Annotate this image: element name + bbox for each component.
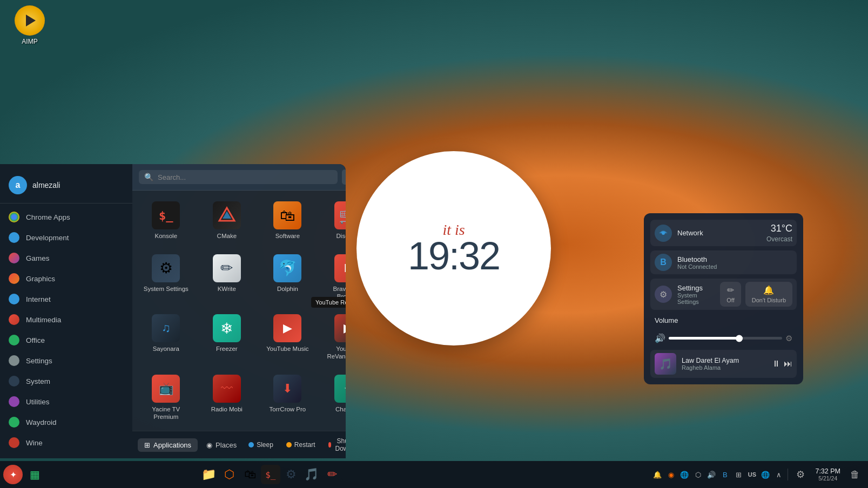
sidebar-item-waydroid[interactable]: Waydroid xyxy=(0,412,132,432)
browser-icon[interactable]: 🌐 xyxy=(678,469,690,480)
settings-text: Settings System Settings xyxy=(677,284,715,305)
app-item-dolphin[interactable]: 🐬 Dolphin xyxy=(258,248,317,306)
search-input[interactable] xyxy=(158,173,332,181)
app-label: Yacine TV Premium xyxy=(143,406,189,421)
search-bar: 🔍 ⚙ ▦ xyxy=(132,164,346,191)
app-menu-bottom: ⊞ Applications ◉ Places Sleep Restart xyxy=(132,431,346,458)
app-label: YouTube Music xyxy=(266,345,308,353)
volume-settings-icon[interactable]: ⚙ xyxy=(785,334,792,343)
sidebar-item-chrome-apps[interactable]: Chrome Apps xyxy=(0,207,132,227)
sidebar-item-office[interactable]: Office xyxy=(0,330,132,350)
sleep-button[interactable]: Sleep xyxy=(243,438,279,451)
taskbar-app-terminal[interactable]: $_ xyxy=(261,465,280,484)
settings-button[interactable]: ⚙ xyxy=(342,170,346,185)
sidebar-item-multimedia[interactable]: Multimedia xyxy=(0,309,132,330)
volume-row: Volume xyxy=(650,314,797,327)
waydroid-icon xyxy=(9,417,19,428)
sidebar-item-label: Games xyxy=(26,254,50,262)
expand-tray-icon[interactable]: ∧ xyxy=(773,469,785,480)
sidebar-item-label: Chrome Apps xyxy=(26,213,70,221)
sidebar-item-games[interactable]: Games xyxy=(0,248,132,268)
network-row: Network 31°C Overcast xyxy=(650,220,797,246)
taskbar-app-store[interactable]: 🛍 xyxy=(240,465,260,484)
next-button[interactable]: ⏭ xyxy=(784,359,792,369)
taskbar-overview[interactable]: ▦ xyxy=(25,465,44,484)
taskbar-center: 📁 ⬡ 🛍 $_ ⚙ 🎵 ✏ xyxy=(199,465,342,484)
kde-connect-icon[interactable]: ⊞ xyxy=(732,469,744,480)
avatar: a xyxy=(9,176,27,194)
taskbar-kicker[interactable]: ✦ xyxy=(3,465,23,484)
system-settings-tray[interactable]: ⚙ xyxy=(791,465,810,484)
lang-icon[interactable]: US xyxy=(746,469,758,480)
app-item-konsole[interactable]: $_ Konsole xyxy=(137,195,196,246)
toggle-off[interactable]: ✏ Off xyxy=(720,282,741,307)
app-item-kwrite[interactable]: ✏ KWrite xyxy=(198,248,257,306)
sidebar-item-utilities[interactable]: Utilities xyxy=(0,391,132,412)
brave-icon: B xyxy=(334,254,346,282)
sidebar-item-label: System xyxy=(26,377,50,385)
volume-slider[interactable] xyxy=(669,337,782,340)
shutdown-button[interactable]: Shut Down xyxy=(323,435,346,455)
app-item-brave[interactable]: B Brave Web Browser xyxy=(319,248,346,306)
sidebar-item-wine[interactable]: Wine xyxy=(0,432,132,453)
notifications-icon[interactable]: 🔔 xyxy=(651,469,663,480)
music-thumb-icon: 🎵 xyxy=(659,357,672,370)
search-icon: 🔍 xyxy=(144,173,153,181)
sidebar-item-graphics[interactable]: Graphics xyxy=(0,268,132,289)
app-item-cmake[interactable]: CMake xyxy=(198,195,257,246)
sidebar-item-development[interactable]: Development xyxy=(0,227,132,248)
editor-taskbar-icon: ✏ xyxy=(327,467,337,482)
radio-icon: 〰 xyxy=(213,375,241,403)
chrome-apps-icon xyxy=(9,212,19,222)
sidebar-item-internet[interactable]: Internet xyxy=(0,289,132,309)
clock-tray[interactable]: 7:32 PM 5/21/24 xyxy=(812,466,844,483)
trash-icon[interactable]: 🗑 xyxy=(845,465,865,484)
audio-icon[interactable]: 🔊 xyxy=(705,469,717,480)
pause-button[interactable]: ⏸ xyxy=(772,359,780,369)
app-item-system-settings[interactable]: ⚙ System Settings xyxy=(137,248,196,306)
kde-icon[interactable]: ◉ xyxy=(665,469,677,480)
sidebar-item-settings[interactable]: Settings xyxy=(0,350,132,371)
app-item-youtube-music[interactable]: ▶ YouTube Music xyxy=(258,308,317,366)
app-item-sayonara[interactable]: ♫ Sayonara xyxy=(137,308,196,366)
bluetooth-icon: B xyxy=(655,254,672,271)
network-tray-icon[interactable]: ⬡ xyxy=(692,469,704,480)
taskbar-app-discover[interactable]: ⬡ xyxy=(220,465,239,484)
taskbar-left: ✦ ▦ xyxy=(3,465,44,484)
volume-label: Volume xyxy=(655,316,682,324)
tab-applications[interactable]: ⊞ Applications xyxy=(138,438,198,452)
app-label: Sayonara xyxy=(153,345,179,353)
music-row: 🎵 Law Daret El Ayam Ragheb Alama ⏸ ⏭ xyxy=(650,350,797,378)
volume-knob[interactable] xyxy=(736,335,743,342)
app-item-radio[interactable]: 〰 Radio Mobi xyxy=(198,368,257,426)
app-item-chatgpt[interactable]: ✦ ChatGPT xyxy=(319,368,346,426)
app-item-torrcrow[interactable]: ⬇ TorrCrow Pro xyxy=(258,368,317,426)
bell-icon: 🔔 xyxy=(763,285,774,295)
app-item-yacine[interactable]: 📺 Yacine TV Premium xyxy=(137,368,196,426)
taskbar-app-settings[interactable]: ⚙ xyxy=(281,465,301,484)
bluetooth-tray-icon[interactable]: B xyxy=(719,469,731,480)
taskbar-app-editor[interactable]: ✏ xyxy=(322,465,342,484)
app-item-freezer[interactable]: ❄ Freezer xyxy=(198,308,257,366)
app-label: CMake xyxy=(217,233,237,240)
app-item-software[interactable]: 🛍 Software xyxy=(258,195,317,246)
overview-icon: ▦ xyxy=(30,468,40,481)
restart-button[interactable]: Restart xyxy=(281,438,321,451)
app-label: Konsole xyxy=(154,233,177,240)
taskbar-app-files[interactable]: 📁 xyxy=(199,465,219,484)
taskbar-app-vlc[interactable]: 🎵 xyxy=(302,465,321,484)
weather-desc: Overcast xyxy=(766,235,792,243)
sidebar-item-label: Waydroid xyxy=(26,418,57,426)
bottom-tabs: ⊞ Applications ◉ Places xyxy=(138,438,243,452)
global-icon[interactable]: 🌐 xyxy=(759,469,771,480)
sidebar-item-system[interactable]: System xyxy=(0,371,132,391)
internet-icon xyxy=(9,294,19,304)
app-item-discover[interactable]: 🛒 Discover xyxy=(319,195,346,246)
store-taskbar-icon: 🛍 xyxy=(244,467,256,482)
desktop-icon-aimp[interactable]: AIMP xyxy=(8,5,51,45)
volume-slider-wrap: 🔊 ⚙ xyxy=(655,333,792,343)
toggle-dont-disturb[interactable]: 🔔 Don't Disturb xyxy=(745,282,792,307)
app-label: System Settings xyxy=(144,286,189,293)
app-item-youtube-revanced[interactable]: YouTube ReVanced Ad... ▶ YouTube ReVance… xyxy=(319,308,346,366)
tab-places[interactable]: ◉ Places xyxy=(200,438,243,452)
